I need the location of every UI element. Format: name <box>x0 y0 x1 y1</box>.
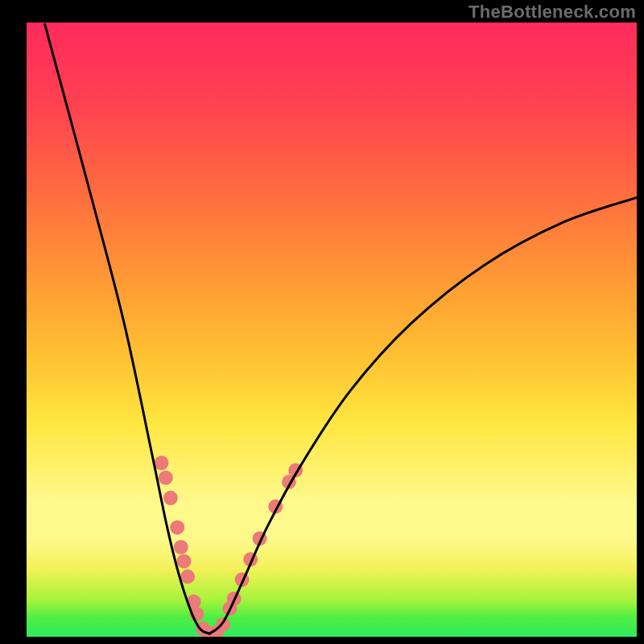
data-marker <box>163 491 178 506</box>
data-marker <box>180 569 195 584</box>
data-marker <box>177 554 192 568</box>
chart-frame: TheBottleneck.com <box>0 0 644 644</box>
data-marker <box>174 540 188 555</box>
data-marker <box>155 456 169 470</box>
data-marker <box>159 470 173 485</box>
plot-area <box>26 22 638 638</box>
chart-svg <box>27 23 637 637</box>
curve-right-branch <box>209 197 637 634</box>
data-marker <box>170 520 184 535</box>
watermark-text: TheBottleneck.com <box>469 2 636 23</box>
